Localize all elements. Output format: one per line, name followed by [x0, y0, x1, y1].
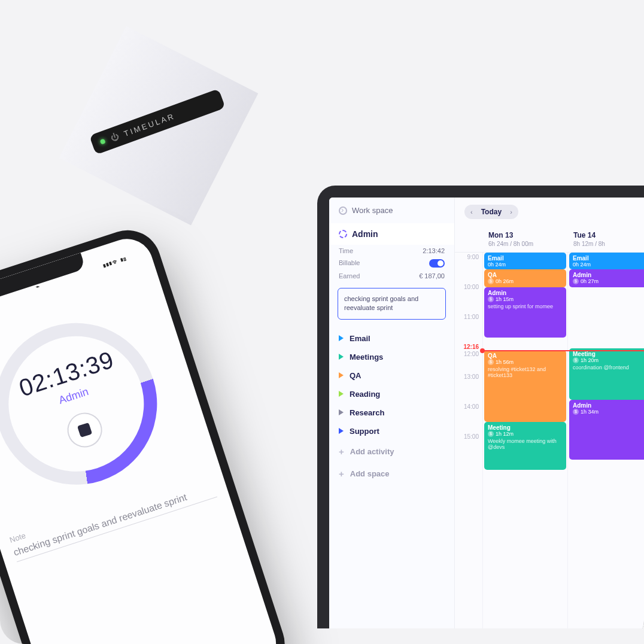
power-icon: ⏻	[109, 131, 120, 143]
activity-name: Meetings	[350, 353, 383, 362]
stop-button[interactable]	[63, 408, 107, 452]
hour-label: 14:00	[455, 402, 479, 432]
hour-label: 13:00	[455, 372, 479, 402]
activity-indicator-icon	[339, 230, 347, 238]
activity-list: EmailMeetingsQAReadingResearchSupport	[329, 329, 454, 441]
tracker-led-icon	[100, 138, 106, 144]
phone-screen: 15:37⌁ ▮▮▮ ᯤ ▮▯ 02:13:39 Admin Note chec…	[0, 232, 283, 644]
day-header-mon[interactable]: Mon 13 6h 24m / 8h 00m	[482, 226, 567, 252]
workspace-icon	[339, 206, 347, 215]
day-header-tue[interactable]: Tue 14 8h 12m / 8h	[567, 226, 644, 252]
event-title: Meeting	[488, 424, 563, 431]
billable-icon: $	[488, 359, 494, 365]
calendar-event[interactable]: Email0h 24m	[569, 253, 644, 269]
event-note: coordination @frontend	[573, 364, 644, 370]
now-indicator	[482, 350, 644, 351]
activity-name: Research	[350, 408, 385, 417]
current-activity-card: Admin	[329, 223, 454, 245]
activity-name: Reading	[350, 390, 380, 399]
calendar-col-tue[interactable]: Email0h 24mAdmin$0h 27mMeeting$1h 20mcoo…	[567, 253, 644, 628]
today-label: Today	[481, 208, 502, 216]
activity-note-input[interactable]: checking sprint goals and reevaluate spr…	[338, 288, 446, 320]
event-duration: $0h 26m	[488, 278, 563, 284]
hour-label: 11:00	[455, 312, 479, 342]
now-time: 12:16	[463, 344, 479, 350]
chevron-right-icon[interactable]: ›	[510, 208, 512, 215]
play-icon	[339, 354, 344, 360]
calendar-columns: Email0h 24mQA$0h 26mAdmin$1h 15msetting …	[482, 253, 644, 628]
current-activity-name: Admin	[352, 229, 378, 239]
event-title: Admin	[488, 290, 563, 296]
billable-icon: $	[488, 431, 494, 437]
calendar-grid: 9:0010:0011:0012:1612:0013:0014:0015:00 …	[455, 253, 644, 628]
play-icon	[339, 335, 344, 341]
hour-label: 9:00	[455, 253, 479, 282]
today-selector[interactable]: ‹ Today ›	[464, 205, 518, 219]
calendar-event[interactable]: QA$1h 56mresolving #ticket132 and #ticke…	[484, 350, 566, 422]
add-space-button[interactable]: + Add space	[329, 463, 454, 485]
calendar-event[interactable]: Admin$1h 34m	[569, 400, 644, 460]
activity-item[interactable]: Support	[329, 422, 454, 441]
event-duration: $1h 20m	[573, 357, 644, 363]
activity-name: Support	[350, 427, 379, 436]
earned-label: Earned	[339, 272, 360, 280]
event-title: QA	[488, 272, 563, 278]
play-icon	[339, 391, 344, 397]
activity-item[interactable]: QA	[329, 366, 454, 385]
activity-item[interactable]: Meetings	[329, 348, 454, 366]
event-title: Meeting	[573, 351, 644, 357]
calendar-event[interactable]: Admin$0h 27m	[569, 269, 644, 287]
play-icon	[339, 409, 344, 415]
stop-icon	[77, 423, 92, 438]
billable-icon: $	[488, 278, 494, 284]
calendar-event[interactable]: Meeting$1h 20mcoordination @frontend	[569, 348, 644, 400]
sidebar: Work space Admin Time2:13:42 Billable Ea…	[329, 198, 455, 628]
workspace-label: Work space	[352, 206, 393, 215]
activity-item[interactable]: Research	[329, 403, 454, 422]
billable-icon: $	[573, 409, 579, 415]
event-note: resolving #ticket132 and #ticket133	[488, 366, 563, 378]
time-label: Time	[339, 247, 353, 254]
laptop-mockup: Work space Admin Time2:13:42 Billable Ea…	[317, 186, 644, 628]
event-duration: $0h 27m	[573, 278, 644, 284]
activity-name: Email	[350, 334, 370, 343]
event-note: Weekly momee meeting with @devs	[488, 438, 563, 450]
earned-value: € 187,00	[419, 272, 445, 280]
event-title: Admin	[573, 402, 644, 409]
plus-icon: +	[339, 446, 344, 457]
timer-dial: 02:13:39 Admin	[0, 302, 178, 506]
billable-toggle[interactable]	[429, 259, 445, 268]
billable-icon: $	[573, 278, 579, 284]
laptop-frame: Work space Admin Time2:13:42 Billable Ea…	[317, 186, 644, 628]
activity-item[interactable]: Email	[329, 329, 454, 348]
event-title: Email	[573, 255, 644, 262]
hour-label: 12:1612:00	[455, 342, 479, 372]
calendar-event[interactable]: Meeting$1h 12mWeekly momee meeting with …	[484, 422, 566, 470]
event-duration: 0h 24m	[488, 262, 563, 268]
event-duration: $1h 12m	[488, 431, 563, 437]
play-icon	[339, 428, 344, 434]
event-duration: $1h 34m	[573, 409, 644, 415]
event-duration: 0h 24m	[573, 262, 644, 268]
phone-mockup: 15:37⌁ ▮▮▮ ᯤ ▮▯ 02:13:39 Admin Note chec…	[0, 221, 293, 644]
calendar-event[interactable]: Email0h 24m	[484, 253, 566, 269]
play-icon	[339, 372, 344, 378]
chevron-left-icon[interactable]: ‹	[470, 208, 473, 215]
event-title: QA	[488, 353, 563, 359]
calendar-event[interactable]: QA$0h 26m	[484, 269, 566, 287]
calendar-col-mon[interactable]: Email0h 24mQA$0h 26mAdmin$1h 15msetting …	[482, 253, 567, 628]
workspace-header[interactable]: Work space	[329, 198, 454, 223]
desktop-app: Work space Admin Time2:13:42 Billable Ea…	[329, 198, 644, 628]
calendar: ‹ Today › Mon 13 6h 24m / 8h 00m Tue 14 …	[455, 198, 644, 628]
calendar-event[interactable]: Admin$1h 15msetting up sprint for momee	[484, 287, 566, 338]
time-value: 2:13:42	[423, 247, 445, 254]
activity-item[interactable]: Reading	[329, 385, 454, 403]
event-duration: $1h 15m	[488, 296, 563, 302]
hour-label: 15:00	[455, 432, 479, 462]
plus-icon: +	[339, 469, 344, 479]
add-activity-button[interactable]: + Add activity	[329, 441, 454, 463]
event-title: Email	[488, 255, 563, 262]
phone-status-icons: ▮▮▮ ᯤ ▮▯	[102, 255, 128, 272]
billable-icon: $	[573, 357, 579, 363]
event-title: Admin	[573, 272, 644, 278]
